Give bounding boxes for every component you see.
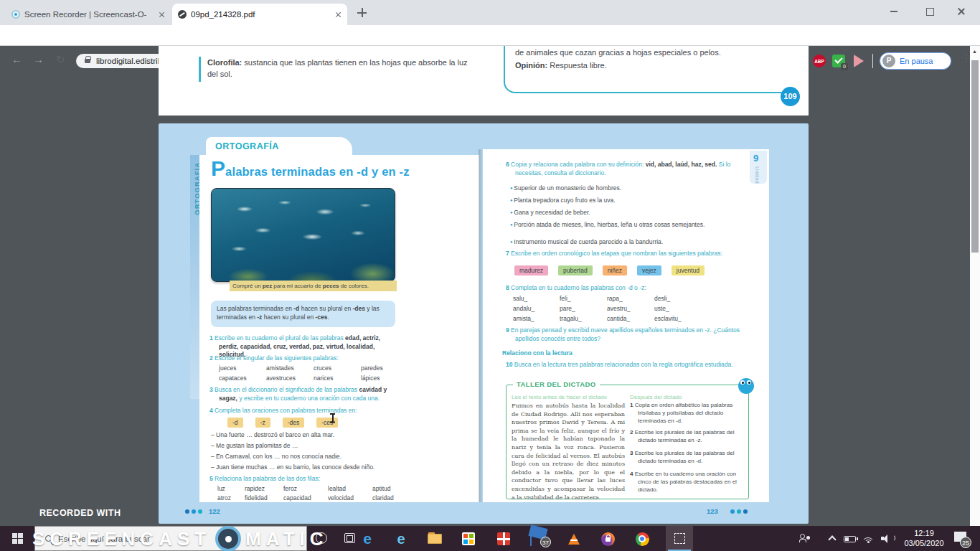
taskbar-vlc-icon[interactable] [565,530,583,547]
screen: Screen Recorder | Screencast-O- 09pd_214… [0,0,980,551]
window-maximize-button[interactable] [915,0,944,23]
word: luz [217,485,245,492]
exercise-number: 3 [209,386,213,393]
word: andalu_ [513,305,560,312]
dictation-text: Fuimos en autobús hasta la localidad de … [512,402,625,501]
tray-wifi-icon[interactable] [859,529,877,547]
profile-chip[interactable]: P En pausa [880,52,951,70]
exercise-5: 5 Relaciona las palabras de las dos fila… [209,475,399,484]
aquarium-photo [211,188,395,282]
footer-dots [185,509,209,514]
tray-people-icon[interactable] [796,529,814,547]
screencast-o-logo-icon [215,526,241,551]
taskbar-recorder-active-app[interactable] [666,526,693,551]
start-button[interactable] [0,526,34,551]
scrollbar-thumb[interactable] [971,60,979,253]
task-text: Escribe en tu cuaderno una oración con c… [635,471,737,493]
chip-z: -z [255,418,270,428]
exercise-words: vid, abad, laúd, haz, sed. [646,161,717,168]
spelling-rule-box: Las palabras terminadas en -d hacen su p… [211,301,395,327]
word: cruces [314,364,361,372]
tray-battery-icon[interactable] [841,530,858,547]
antivirus-extension-icon[interactable]: 0 [832,55,845,67]
answer-line: de animales que cazan gracias a hojas es… [515,48,781,57]
scroll-up-icon[interactable]: ▲ [972,49,977,54]
word: lealtad [328,485,372,492]
sentence-item: Juan tiene muchas … en su barrio, las co… [211,463,374,471]
tray-volume-icon[interactable] [878,529,895,547]
mail-badge: 37 [540,537,551,547]
tab-screen-recorder[interactable]: Screen Recorder | Screencast-O- [6,4,171,25]
task-text: Copia en orden alfabético las palabras t… [635,402,733,424]
clock-date: 03/05/2020 [900,539,948,549]
exercise-number: 10 [506,361,512,368]
taskbar-internet-explorer-icon[interactable]: e [392,530,410,547]
exercise-text: Busca en la lectura tres palabras relaci… [514,361,733,368]
exercise-number: 9 [506,326,509,334]
exercise-text: y escribe en tu cuaderno una oración con… [239,395,380,402]
tab-pdf[interactable]: 09pd_214328.pdf [172,4,347,25]
new-tab-button[interactable] [357,8,367,17]
back-icon[interactable]: ← [11,53,22,65]
taskbar-store-icon[interactable] [460,530,477,547]
adblock-extension-icon[interactable]: ABP [813,55,826,67]
taskbar-chrome-icon[interactable] [633,530,651,547]
taskbar-firefox-lock-icon[interactable] [599,530,616,547]
window-minimize-button[interactable] [880,0,908,23]
lock-icon [85,59,90,63]
chip-madurez: madurez [514,265,548,276]
chip-vejez: vejez [637,265,661,276]
task-number: 4 [630,471,633,477]
word: fidelidad [245,494,283,501]
extension-badge: 0 [841,63,848,70]
chip-des: -des [283,418,305,428]
browser-toolbar: ← → ↻ librodigital.edistribucion.es/bibl… [0,25,980,46]
tab-title: Screen Recorder | Screencast-O- [24,10,154,19]
screencast-favicon-icon [11,10,20,19]
sentence-item: Me gustan las palomitas de … [211,442,298,449]
word: uste_ [654,305,669,312]
word: pare_ [560,305,607,312]
exercise-7: 7 Escribe en orden cronológico las etapa… [506,250,743,258]
rule-bold: -des [353,305,365,312]
taskbar-file-explorer-icon[interactable] [426,530,443,547]
word: capataces [219,375,266,382]
definition-item: Gana y necesidad de beber. [510,209,747,217]
exercise-text: Copia y relaciona cada palabra con su de… [511,161,644,168]
rule-text: hacen su plural en [299,305,352,312]
chip-d: -d [227,418,243,428]
reload-icon[interactable]: ↻ [56,53,65,66]
dictation-right-heading: Después del dictado [630,394,682,400]
exercise-6: 6 Copia y relaciona cada palabra con su … [506,161,748,177]
tab-close-icon[interactable] [335,11,341,18]
task-number: 2 [630,429,633,435]
task-number: 1 [630,402,633,408]
exercise-text: Escribe en orden cronológico las etapas … [511,250,722,257]
definition-item: Instrumento musical de cuerda parecido a… [510,238,747,246]
chip-pubertad: pubertad [558,265,593,276]
word: lápices [361,375,380,382]
taskbar-gift-app-icon[interactable] [495,530,512,547]
taskbar-mail-icon[interactable]: 37 [529,530,547,547]
pink-extension-icon[interactable] [854,55,864,67]
word: amista_ [513,315,560,322]
word: rapidez [245,485,283,492]
opinion-term: Opinión: [515,61,547,70]
frog-mascot-icon [738,378,754,394]
window-close-button[interactable] [947,0,976,23]
exercise-text: En parejas pensad y escribid nueve apell… [511,326,740,342]
word: amistades [266,364,314,372]
exercise-8: 8 Completa en tu cuaderno las palabras c… [506,284,743,293]
caption-text: de colores. [339,283,369,289]
word: rapa_ [607,295,654,302]
unit-number: 9 [753,153,758,164]
tray-chevron-up-icon[interactable] [824,529,841,547]
sentence-item: Una fuerte … destrozó el barco en alta m… [211,431,334,438]
task-view-button[interactable] [344,533,355,543]
taskbar-clock[interactable]: 12:19 03/05/2020 [900,529,948,549]
word: jueces [219,364,266,372]
forward-icon[interactable]: → [33,53,44,65]
tab-close-icon[interactable] [159,11,165,18]
dictation-task: 2 Escribe los plurales de las palabras d… [630,429,746,445]
taskbar-edge-icon[interactable]: e [359,530,376,547]
